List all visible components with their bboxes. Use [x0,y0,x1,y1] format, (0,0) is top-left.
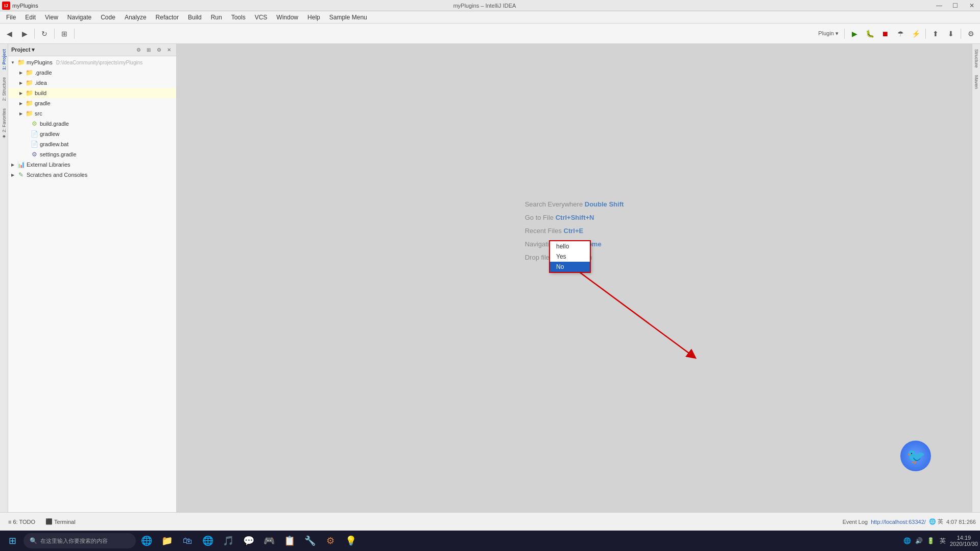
taskbar-explorer[interactable]: 📁 [157,531,177,550]
menu-samplemenu[interactable]: Sample Menu [325,13,371,22]
toolbar: ◀ ▶ ↻ ⊞ Plugin ▾ ▶ 🐛 ⏹ ☂ ⚡ ⬆ ⬇ ⚙ [0,24,980,44]
vcs-button[interactable]: ⬆ [928,27,943,41]
idea-folder-icon: 📁 [25,79,33,87]
sidebar-item-favorites[interactable]: ★ 2: Favorites [1,105,7,142]
tray-battery[interactable]: 🔋 [926,536,936,546]
src-label: src [35,110,42,117]
window-controls[interactable]: — ☐ ✕ [931,0,980,11]
dropdown-item-hello[interactable]: hello [550,241,590,251]
dropdown-item-yes[interactable]: Yes [550,251,590,262]
panel-cog-btn[interactable]: ⚙ [134,46,142,54]
panel-settings-btn[interactable]: ⚙ [155,46,163,54]
bottom-tab-todo[interactable]: ≡ 6: TODO [4,517,39,526]
idea-label: .idea [35,80,47,86]
root-arrow: ▼ [10,60,15,65]
project-panel-header: Project ▾ ⚙ ⊞ ⚙ ✕ [8,44,176,56]
maximize-button[interactable]: ☐ [947,0,964,11]
title-bar: IJ myPlugins myPlugins – IntelliJ IDEA —… [0,0,980,11]
status-lang: 🌐 英 [929,518,943,525]
taskbar-tools[interactable]: 🔧 [300,531,320,550]
menu-analyze[interactable]: Analyze [121,13,151,22]
update-button[interactable]: ⬇ [944,27,958,41]
stop-button[interactable]: ⏹ [878,27,892,41]
menu-view[interactable]: View [41,13,62,22]
gradle2-label: gradle [35,100,51,106]
taskbar-search[interactable]: 🔍 在这里输入你要搜索的内容 [23,533,136,548]
menu-refactor[interactable]: Refactor [152,13,183,22]
taskbar-game[interactable]: 🎮 [259,531,279,550]
left-panel-tabs: 1: Project 2: Structure ★ 2: Favorites [0,44,8,512]
menu-build[interactable]: Build [184,13,206,22]
build-folder-icon: 📁 [25,89,33,97]
tree-item-gradlew-bat[interactable]: 📄 gradlew.bat [8,139,176,149]
tray-input[interactable]: 英 [938,536,948,546]
taskbar-clock[interactable]: 14:19 2020/10/30 [950,535,978,547]
tree-item-src[interactable]: ▶ 📁 src [8,108,176,119]
tree-item-gradlew[interactable]: 📄 gradlew [8,129,176,139]
gradle-arrow: ▶ [18,71,23,75]
tray-volume[interactable]: 🔊 [914,536,924,546]
tree-item-build[interactable]: ▶ 📁 build [8,88,176,98]
taskbar-chrome[interactable]: 🌐 [198,531,218,550]
toolbar-forward-btn[interactable]: ▶ [17,27,32,41]
toolbar-plugin-dropdown[interactable]: Plugin ▾ [815,27,842,41]
menu-navigate[interactable]: Navigate [63,13,95,22]
menu-code[interactable]: Code [97,13,119,22]
tree-item-scratches[interactable]: ▶ ✎ Scratches and Consoles [8,170,176,180]
taskbar-chat[interactable]: 💬 [239,531,258,550]
profile-button[interactable]: ⚡ [909,27,923,41]
panel-close-btn[interactable]: ✕ [165,46,173,54]
minimize-button[interactable]: — [931,0,947,11]
menu-file[interactable]: File [2,13,20,22]
bottom-tab-terminal[interactable]: ⬛ Terminal [41,517,80,526]
status-event-log[interactable]: Event Log [843,519,868,525]
toolbar-sync-btn[interactable]: ↻ [37,27,52,41]
todo-icon: ≡ [8,519,11,525]
dropdown-item-no[interactable]: No [550,262,590,272]
menu-window[interactable]: Window [272,13,302,22]
terminal-label: Terminal [54,519,76,525]
red-arrow-annotation [549,264,754,407]
menu-tools[interactable]: Tools [227,13,250,22]
tree-item-settings-gradle[interactable]: ⚙ settings.gradle [8,149,176,159]
menu-edit[interactable]: Edit [21,13,40,22]
close-button[interactable]: ✕ [964,0,980,11]
debug-button[interactable]: 🐛 [863,27,877,41]
window-title: myPlugins – IntelliJ IDEA [453,3,516,9]
sidebar-item-structure[interactable]: 2: Structure [1,74,7,104]
tree-item-external-libs[interactable]: ▶ 📊 External Libraries [8,159,176,170]
taskbar-git[interactable]: ⚙ [321,531,340,550]
tree-item-idea[interactable]: ▶ 📁 .idea [8,78,176,88]
taskbar-search-placeholder: 在这里输入你要搜索的内容 [40,537,108,545]
tree-item-gradle[interactable]: ▶ 📁 gradle [8,98,176,108]
terminal-icon: ⬛ [45,518,53,525]
coverage-button[interactable]: ☂ [893,27,907,41]
gradle-label: .gradle [35,70,52,76]
tree-item-build-gradle[interactable]: ⚙ build.gradle [8,119,176,129]
mascot: 🐦 [900,441,931,471]
status-bar-right: Event Log http://localhost:63342/ 🌐 英 4:… [843,518,976,525]
toolbar-sep3 [74,29,75,39]
build-gradle-icon: ⚙ [30,120,38,128]
right-tab-maven[interactable]: Maven [973,72,979,92]
scratches-arrow: ▶ [10,173,15,177]
menu-vcs[interactable]: VCS [251,13,272,22]
toolbar-back-btn[interactable]: ◀ [2,27,16,41]
sidebar-item-project[interactable]: 1: Project [1,46,7,73]
run-button[interactable]: ▶ [847,27,862,41]
toolbar-structure-btn[interactable]: ⊞ [57,27,71,41]
tray-network[interactable]: 🌐 [902,536,913,546]
panel-layout-btn[interactable]: ⊞ [145,46,153,54]
settings-button[interactable]: ⚙ [964,27,978,41]
menu-help[interactable]: Help [303,13,324,22]
menu-run[interactable]: Run [207,13,226,22]
taskbar-store[interactable]: 🛍 [178,531,197,550]
taskbar-music[interactable]: 🎵 [219,531,238,550]
taskbar-idea[interactable]: 💡 [341,531,361,550]
taskbar-clip[interactable]: 📋 [280,531,299,550]
start-button[interactable]: ⊞ [2,531,22,550]
taskbar-edge[interactable]: 🌐 [137,531,156,550]
tree-root-myplugins[interactable]: ▼ 📁 myPlugins D:\IdeaCommunity\projects\… [8,57,176,67]
tree-item-gradle-hidden[interactable]: ▶ 📁 .gradle [8,67,176,78]
right-tab-structure[interactable]: Structure [973,46,979,71]
